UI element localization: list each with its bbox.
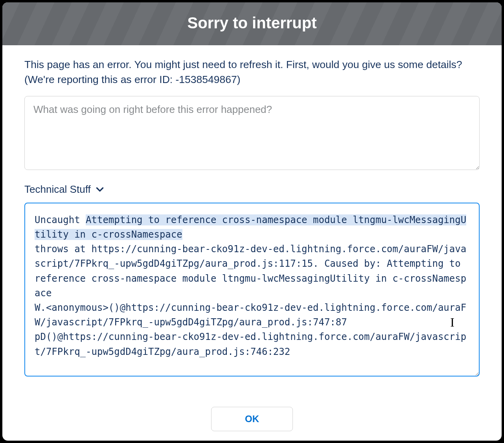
technical-details-box[interactable]: Uncaught Attempting to reference cross-n… bbox=[24, 203, 480, 377]
modal-title: Sorry to interrupt bbox=[2, 2, 502, 45]
error-modal: Sorry to interrupt This page has an erro… bbox=[2, 2, 502, 441]
tech-prefix: Uncaught bbox=[35, 214, 86, 225]
error-message-text: This page has an error. You might just n… bbox=[24, 57, 480, 87]
error-details-input[interactable] bbox=[24, 96, 480, 170]
tech-rest-text: throws at https://cunning-bear-cko91z-de… bbox=[35, 244, 466, 357]
chevron-down-icon bbox=[95, 184, 105, 194]
technical-stuff-label: Technical Stuff bbox=[24, 183, 91, 196]
technical-stuff-toggle[interactable]: Technical Stuff bbox=[24, 183, 480, 196]
text-cursor-icon: I bbox=[450, 313, 454, 332]
ok-button[interactable]: OK bbox=[211, 407, 293, 431]
modal-body: This page has an error. You might just n… bbox=[2, 45, 502, 399]
modal-footer: OK bbox=[2, 399, 502, 441]
tech-highlighted-text: Attempting to reference cross-namespace … bbox=[35, 214, 466, 240]
